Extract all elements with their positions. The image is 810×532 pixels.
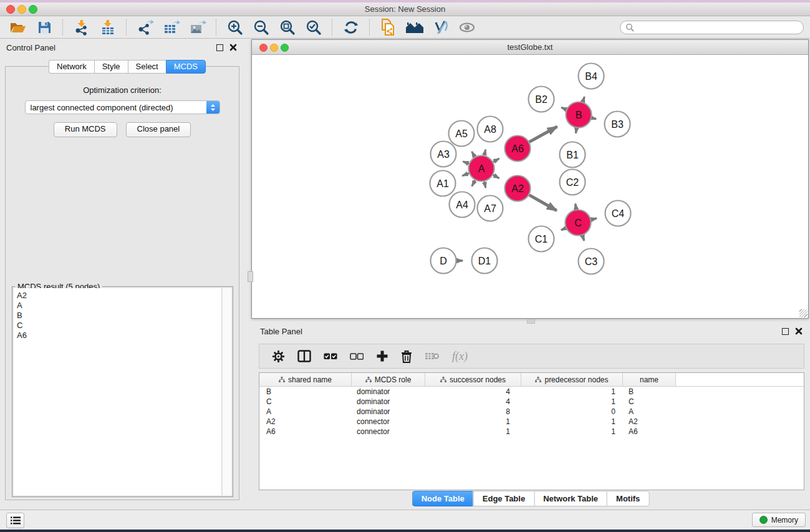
graph-node-C4[interactable]: C4 <box>605 201 631 226</box>
graph-node-B[interactable]: B <box>566 102 592 128</box>
graph-node-A8[interactable]: A8 <box>478 117 503 142</box>
graph-edge-A-A5[interactable] <box>472 152 475 157</box>
zoom-in-button[interactable] <box>224 18 246 37</box>
minimize-window-button[interactable] <box>17 5 26 14</box>
graph-edge-C-C2[interactable] <box>576 204 576 210</box>
result-list-item[interactable]: A <box>17 301 218 311</box>
graph-node-C[interactable]: C <box>566 210 591 236</box>
column-header-name[interactable]: name <box>623 373 676 386</box>
column-header-predecessor-nodes[interactable]: predecessor nodes <box>521 373 623 386</box>
show-hide-button[interactable] <box>456 18 478 37</box>
import-table-button[interactable] <box>97 18 119 37</box>
graph-edge-A-A7[interactable] <box>485 181 486 188</box>
table-row[interactable]: A6connector11A6 <box>259 427 804 437</box>
graph-node-A7[interactable]: A7 <box>478 196 503 221</box>
network-minimize-button[interactable] <box>270 44 278 52</box>
graph-node-B4[interactable]: B4 <box>579 64 604 89</box>
result-list-item[interactable]: B <box>17 311 218 321</box>
graph-edge-B-B4[interactable] <box>583 97 585 102</box>
delete-table-button[interactable] <box>425 351 440 361</box>
tab-edge-table[interactable]: Edge Table <box>473 491 534 506</box>
graph-edge-A-A2[interactable] <box>493 175 499 178</box>
network-zoom-button[interactable] <box>281 44 289 52</box>
network-close-button[interactable] <box>259 44 268 52</box>
tab-select[interactable]: Select <box>128 60 166 74</box>
graph-node-D[interactable]: D <box>431 248 456 274</box>
graph-node-A2[interactable]: A2 <box>505 176 531 201</box>
deselect-all-button[interactable] <box>350 352 364 360</box>
zoom-out-button[interactable] <box>250 18 272 37</box>
export-network-button[interactable] <box>134 18 157 37</box>
graph-node-B1[interactable]: B1 <box>560 142 586 168</box>
network-canvas[interactable]: AA1A2A3A4A5A6A7A8BB1B2B3B4CC1C2C3C4DD1 <box>252 55 808 318</box>
table-row[interactable]: A2connector11A2 <box>259 417 804 427</box>
graph-node-C1[interactable]: C1 <box>529 226 554 252</box>
export-image-button[interactable] <box>186 18 209 37</box>
optimization-criterion-dropdown[interactable]: largest connected component (directed) <box>25 100 220 114</box>
tab-motifs[interactable]: Motifs <box>607 491 649 506</box>
tab-network-table[interactable]: Network Table <box>534 491 607 506</box>
graph-node-A3[interactable]: A3 <box>431 142 456 167</box>
table-row[interactable]: Cdominator41C <box>259 397 804 407</box>
graph-node-D1[interactable]: D1 <box>472 248 498 274</box>
dropdown-stepper[interactable] <box>206 101 219 114</box>
graph-edge-C-C1[interactable] <box>561 228 566 230</box>
zoom-window-button[interactable] <box>29 5 37 14</box>
graph-edge-A-A3[interactable] <box>463 162 469 164</box>
graph-node-C3[interactable]: C3 <box>579 249 604 274</box>
graph-edge-C-C3[interactable] <box>582 235 584 240</box>
zoom-selected-button[interactable] <box>302 18 325 37</box>
search-input[interactable] <box>634 22 798 32</box>
tab-style[interactable]: Style <box>94 60 128 74</box>
result-list-item[interactable]: A2 <box>17 291 218 301</box>
result-list-item[interactable]: A6 <box>17 331 218 341</box>
graph-node-A[interactable]: A <box>469 156 494 181</box>
save-session-button[interactable] <box>33 18 55 37</box>
column-header-shared-name[interactable]: shared name <box>259 373 352 386</box>
column-header-successor-nodes[interactable]: successor nodes <box>425 373 521 386</box>
close-table-panel-icon[interactable] <box>795 327 803 335</box>
graph-edge-A2-C[interactable] <box>529 195 557 211</box>
column-header-MCDS-role[interactable]: MCDS role <box>352 373 425 386</box>
window-resize-grip[interactable] <box>799 309 808 317</box>
toggle-visual-style-button[interactable] <box>430 18 452 37</box>
close-window-button[interactable] <box>6 5 15 14</box>
delete-column-button[interactable] <box>401 350 412 363</box>
float-table-panel-icon[interactable] <box>782 328 789 335</box>
birdseye-view-handle[interactable] <box>248 271 253 282</box>
table-row[interactable]: Adominator80A <box>259 407 804 417</box>
function-builder-button[interactable]: f(x) <box>452 350 468 363</box>
tab-node-table[interactable]: Node Table <box>412 491 473 506</box>
graph-edge-C-C4[interactable] <box>591 218 597 220</box>
import-network-button[interactable] <box>70 18 93 37</box>
graph-node-C2[interactable]: C2 <box>560 170 586 195</box>
graph-edge-A-A4[interactable] <box>472 180 475 186</box>
graph-node-A1[interactable]: A1 <box>430 171 456 196</box>
create-column-button[interactable] <box>376 350 388 362</box>
graph-edge-A6-B[interactable] <box>529 127 557 142</box>
close-panel-icon[interactable] <box>229 44 237 51</box>
open-session-button[interactable] <box>7 18 29 37</box>
result-list-item[interactable]: C <box>17 321 218 331</box>
run-mcds-button[interactable]: Run MCDS <box>54 122 117 137</box>
float-panel-icon[interactable] <box>216 44 223 51</box>
table-settings-button[interactable] <box>272 350 285 363</box>
graph-node-A5[interactable]: A5 <box>449 121 475 147</box>
result-list-scrollbar[interactable] <box>223 288 231 495</box>
table-row[interactable]: Bdominator41B <box>259 387 804 397</box>
graph-node-A4[interactable]: A4 <box>450 192 475 218</box>
graph-edge-B-B2[interactable] <box>561 107 566 109</box>
graph-edge-A-A6[interactable] <box>493 158 499 162</box>
tab-mcds[interactable]: MCDS <box>166 60 206 74</box>
graph-node-B3[interactable]: B3 <box>605 112 630 137</box>
apply-layout-button[interactable] <box>340 18 362 37</box>
tab-network[interactable]: Network <box>49 60 94 74</box>
select-all-button[interactable] <box>324 352 337 360</box>
graph-node-B2[interactable]: B2 <box>529 87 554 112</box>
graph-edge-B-B3[interactable] <box>592 118 596 119</box>
toolbar-search-box[interactable] <box>620 21 804 34</box>
export-table-button[interactable] <box>160 18 183 37</box>
zoom-fit-button[interactable] <box>276 18 299 37</box>
mcds-result-list[interactable]: A2ABCA6 <box>14 288 222 495</box>
graph-node-A6[interactable]: A6 <box>505 136 531 162</box>
